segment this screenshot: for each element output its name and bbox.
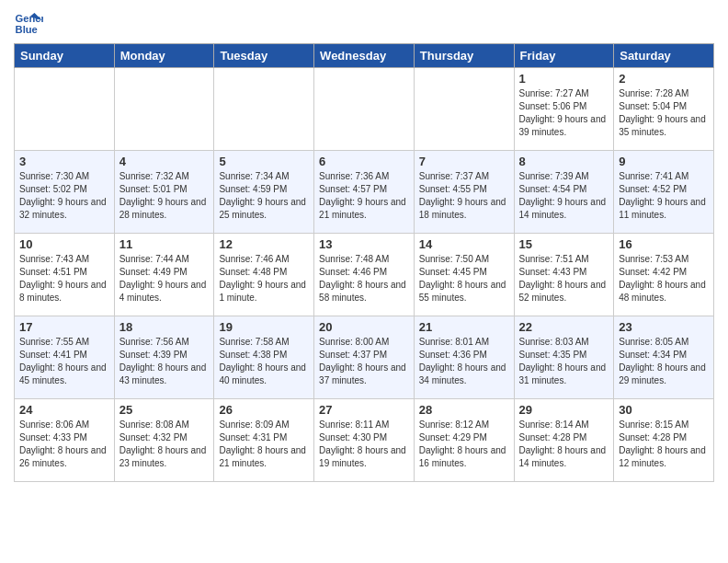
calendar-header-row: SundayMondayTuesdayWednesdayThursdayFrid… — [15, 44, 714, 68]
day-number: 19 — [219, 320, 309, 334]
calendar-day-cell: 22Sunrise: 8:03 AM Sunset: 4:35 PM Dayli… — [514, 316, 614, 399]
day-number: 21 — [419, 320, 509, 334]
weekday-header: Tuesday — [214, 44, 314, 68]
calendar-day-cell: 24Sunrise: 8:06 AM Sunset: 4:33 PM Dayli… — [15, 399, 115, 482]
day-info: Sunrise: 7:39 AM Sunset: 4:54 PM Dayligh… — [519, 170, 609, 222]
day-number: 5 — [219, 155, 309, 168]
day-info: Sunrise: 7:56 AM Sunset: 4:39 PM Dayligh… — [119, 336, 210, 387]
calendar-day-cell: 7Sunrise: 7:37 AM Sunset: 4:55 PM Daylig… — [414, 151, 514, 234]
day-info: Sunrise: 8:03 AM Sunset: 4:35 PM Dayligh… — [519, 336, 609, 387]
day-number: 4 — [119, 155, 210, 168]
day-info: Sunrise: 8:00 AM Sunset: 4:37 PM Dayligh… — [319, 336, 409, 387]
day-info: Sunrise: 8:06 AM Sunset: 4:33 PM Dayligh… — [19, 419, 109, 470]
day-info: Sunrise: 7:55 AM Sunset: 4:41 PM Dayligh… — [19, 336, 109, 387]
day-info: Sunrise: 8:15 AM Sunset: 4:28 PM Dayligh… — [619, 419, 709, 470]
logo-icon: General Blue — [14, 9, 43, 39]
day-number: 24 — [19, 403, 109, 417]
day-info: Sunrise: 8:09 AM Sunset: 4:31 PM Dayligh… — [219, 419, 309, 470]
weekday-header: Thursday — [414, 44, 514, 68]
day-number: 16 — [619, 237, 709, 251]
day-number: 14 — [419, 237, 509, 251]
weekday-header: Wednesday — [314, 44, 415, 68]
calendar-day-cell: 16Sunrise: 7:53 AM Sunset: 4:42 PM Dayli… — [614, 234, 714, 316]
day-info: Sunrise: 7:51 AM Sunset: 4:43 PM Dayligh… — [519, 253, 609, 304]
logo: General Blue — [14, 9, 47, 39]
calendar-day-cell: 23Sunrise: 8:05 AM Sunset: 4:34 PM Dayli… — [614, 316, 714, 399]
calendar-day-cell: 3Sunrise: 7:30 AM Sunset: 5:02 PM Daylig… — [15, 151, 115, 234]
day-info: Sunrise: 7:34 AM Sunset: 4:59 PM Dayligh… — [219, 170, 309, 222]
calendar-day-cell: 8Sunrise: 7:39 AM Sunset: 4:54 PM Daylig… — [514, 151, 614, 234]
calendar-day-cell — [414, 68, 514, 151]
day-number: 11 — [119, 237, 210, 251]
svg-text:Blue: Blue — [16, 24, 38, 35]
day-info: Sunrise: 8:05 AM Sunset: 4:34 PM Dayligh… — [619, 336, 709, 387]
day-info: Sunrise: 7:41 AM Sunset: 4:52 PM Dayligh… — [619, 170, 709, 222]
calendar-day-cell: 20Sunrise: 8:00 AM Sunset: 4:37 PM Dayli… — [314, 316, 415, 399]
calendar-day-cell: 18Sunrise: 7:56 AM Sunset: 4:39 PM Dayli… — [114, 316, 214, 399]
calendar-day-cell — [214, 68, 314, 151]
day-info: Sunrise: 7:32 AM Sunset: 5:01 PM Dayligh… — [119, 170, 210, 222]
calendar-day-cell: 2Sunrise: 7:28 AM Sunset: 5:04 PM Daylig… — [614, 68, 714, 151]
day-info: Sunrise: 8:08 AM Sunset: 4:32 PM Dayligh… — [119, 419, 210, 470]
day-number: 1 — [519, 72, 609, 86]
day-info: Sunrise: 7:27 AM Sunset: 5:06 PM Dayligh… — [519, 87, 609, 139]
calendar-day-cell: 5Sunrise: 7:34 AM Sunset: 4:59 PM Daylig… — [214, 151, 314, 234]
calendar-day-cell: 17Sunrise: 7:55 AM Sunset: 4:41 PM Dayli… — [15, 316, 115, 399]
calendar-day-cell: 25Sunrise: 8:08 AM Sunset: 4:32 PM Dayli… — [114, 399, 214, 482]
day-number: 15 — [519, 237, 609, 251]
calendar-week-row: 10Sunrise: 7:43 AM Sunset: 4:51 PM Dayli… — [15, 234, 714, 316]
day-info: Sunrise: 7:46 AM Sunset: 4:48 PM Dayligh… — [219, 253, 309, 304]
calendar-day-cell: 11Sunrise: 7:44 AM Sunset: 4:49 PM Dayli… — [114, 234, 214, 316]
day-number: 25 — [119, 403, 210, 417]
day-number: 18 — [119, 320, 210, 334]
calendar-day-cell: 4Sunrise: 7:32 AM Sunset: 5:01 PM Daylig… — [114, 151, 214, 234]
day-number: 6 — [319, 155, 409, 168]
day-number: 23 — [619, 320, 709, 334]
calendar-day-cell: 29Sunrise: 8:14 AM Sunset: 4:28 PM Dayli… — [514, 399, 614, 482]
calendar-day-cell — [114, 68, 214, 151]
day-info: Sunrise: 8:12 AM Sunset: 4:29 PM Dayligh… — [419, 419, 509, 470]
day-info: Sunrise: 7:30 AM Sunset: 5:02 PM Dayligh… — [19, 170, 109, 222]
day-info: Sunrise: 7:44 AM Sunset: 4:49 PM Dayligh… — [119, 253, 210, 304]
calendar-day-cell: 26Sunrise: 8:09 AM Sunset: 4:31 PM Dayli… — [214, 399, 314, 482]
day-info: Sunrise: 8:14 AM Sunset: 4:28 PM Dayligh… — [519, 419, 609, 470]
calendar-day-cell: 15Sunrise: 7:51 AM Sunset: 4:43 PM Dayli… — [514, 234, 614, 316]
calendar-day-cell: 27Sunrise: 8:11 AM Sunset: 4:30 PM Dayli… — [314, 399, 415, 482]
calendar-day-cell: 13Sunrise: 7:48 AM Sunset: 4:46 PM Dayli… — [314, 234, 415, 316]
day-number: 20 — [319, 320, 409, 334]
day-info: Sunrise: 7:50 AM Sunset: 4:45 PM Dayligh… — [419, 253, 509, 304]
day-info: Sunrise: 8:11 AM Sunset: 4:30 PM Dayligh… — [319, 419, 409, 470]
day-info: Sunrise: 8:01 AM Sunset: 4:36 PM Dayligh… — [419, 336, 509, 387]
day-info: Sunrise: 7:58 AM Sunset: 4:38 PM Dayligh… — [219, 336, 309, 387]
calendar-day-cell: 28Sunrise: 8:12 AM Sunset: 4:29 PM Dayli… — [414, 399, 514, 482]
weekday-header: Saturday — [614, 44, 714, 68]
day-number: 8 — [519, 155, 609, 168]
calendar-day-cell — [15, 68, 115, 151]
weekday-header: Sunday — [15, 44, 115, 68]
calendar-day-cell: 9Sunrise: 7:41 AM Sunset: 4:52 PM Daylig… — [614, 151, 714, 234]
calendar-day-cell: 6Sunrise: 7:36 AM Sunset: 4:57 PM Daylig… — [314, 151, 415, 234]
calendar-day-cell: 14Sunrise: 7:50 AM Sunset: 4:45 PM Dayli… — [414, 234, 514, 316]
day-number: 2 — [619, 72, 709, 86]
day-number: 26 — [219, 403, 309, 417]
day-info: Sunrise: 7:37 AM Sunset: 4:55 PM Dayligh… — [419, 170, 509, 222]
day-info: Sunrise: 7:36 AM Sunset: 4:57 PM Dayligh… — [319, 170, 409, 222]
day-number: 10 — [19, 237, 109, 251]
weekday-header: Monday — [114, 44, 214, 68]
calendar-table: SundayMondayTuesdayWednesdayThursdayFrid… — [14, 43, 714, 482]
header: General Blue — [14, 9, 714, 39]
calendar-day-cell: 1Sunrise: 7:27 AM Sunset: 5:06 PM Daylig… — [514, 68, 614, 151]
day-number: 9 — [619, 155, 709, 168]
weekday-header: Friday — [514, 44, 614, 68]
day-number: 3 — [19, 155, 109, 168]
day-number: 28 — [419, 403, 509, 417]
calendar-week-row: 1Sunrise: 7:27 AM Sunset: 5:06 PM Daylig… — [15, 68, 714, 151]
calendar-week-row: 3Sunrise: 7:30 AM Sunset: 5:02 PM Daylig… — [15, 151, 714, 234]
calendar-week-row: 24Sunrise: 8:06 AM Sunset: 4:33 PM Dayli… — [15, 399, 714, 482]
calendar-day-cell — [314, 68, 415, 151]
day-number: 27 — [319, 403, 409, 417]
calendar-week-row: 17Sunrise: 7:55 AM Sunset: 4:41 PM Dayli… — [15, 316, 714, 399]
day-number: 13 — [319, 237, 409, 251]
day-number: 7 — [419, 155, 509, 168]
day-number: 22 — [519, 320, 609, 334]
